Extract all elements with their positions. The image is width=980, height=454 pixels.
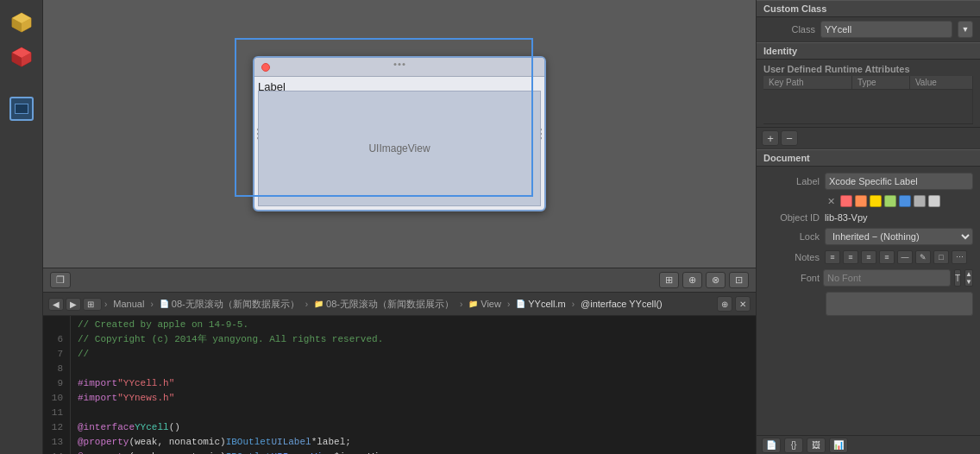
cube-yellow-icon[interactable]	[8, 9, 35, 36]
code-line-7: //	[78, 347, 749, 362]
window-titlebar	[254, 58, 544, 77]
nav-manual-label: Manual	[113, 299, 144, 309]
nav-item-manual: Manual	[110, 297, 148, 311]
color-swatch-yellow[interactable]	[870, 195, 882, 207]
doc-label-row: Label	[757, 170, 980, 192]
doc-label-label: Label	[763, 176, 820, 186]
main-content: Label UIImageView ❒ ⊞ ⊕ ⊗ ⊡ ◀ ▶ ⊞ › Manu…	[43, 0, 756, 454]
nav-item-yycell[interactable]: 📄 YYcell.m	[512, 297, 569, 311]
color-swatch-blue[interactable]	[899, 195, 911, 207]
color-swatch-orange[interactable]	[855, 195, 867, 207]
notes-label: Notes	[763, 252, 820, 262]
add-remove-btns: + −	[757, 128, 980, 149]
code-editor: 6 7 8 9 10 11 12 13 14 // Created by app…	[43, 316, 756, 454]
color-row: ✕	[757, 192, 980, 210]
view-icon[interactable]	[8, 95, 35, 123]
code-line-14: @property (weak, nonatomic) IBOutlet UII…	[78, 450, 749, 454]
lock-label: Lock	[763, 231, 820, 242]
color-swatch-gray2[interactable]	[928, 195, 940, 207]
color-swatch-gray1[interactable]	[914, 195, 926, 207]
notes-btn-align4[interactable]: ≡	[879, 250, 895, 264]
bottom-chart-btn[interactable]: 📊	[829, 438, 848, 453]
nav-bar: ◀ ▶ ⊞ › Manual › 📄 08-无限滚动（新闻数据展示） › 📁 0…	[43, 292, 756, 316]
ib-zoom-btn3[interactable]: ⊗	[706, 272, 726, 288]
attr-table: Key Path Type Value	[763, 76, 973, 124]
nav-sep2: ›	[149, 300, 154, 309]
class-input[interactable]	[820, 21, 952, 38]
cube-red-icon[interactable]	[8, 43, 35, 71]
font-input[interactable]	[823, 269, 951, 287]
code-content[interactable]: // Created by apple on 14-9-5. // Copyri…	[71, 316, 756, 454]
custom-class-row: Class ▼	[757, 17, 980, 42]
remove-attr-btn[interactable]: −	[781, 130, 798, 146]
font-preview-box	[826, 292, 973, 316]
ib-imageview-element[interactable]: UIImageView	[258, 91, 541, 206]
bottom-file-btn[interactable]: 📄	[762, 438, 781, 453]
ib-bottom-left: ❒	[50, 272, 71, 288]
bottom-bar: 📄 {} 🖼 📊	[757, 435, 980, 454]
window-preview: Label UIImageView	[253, 56, 546, 211]
object-id-label: Object ID	[763, 212, 820, 223]
class-label: Class	[763, 24, 815, 35]
nav-end-btns: ⊕ ✕	[717, 296, 751, 312]
notes-btn-edit[interactable]: ✎	[915, 250, 931, 264]
class-dropdown-btn[interactable]: ▼	[958, 21, 973, 38]
ib-zoom-btn2[interactable]: ⊕	[682, 272, 702, 288]
nav-item-2[interactable]: 📁 08-无限滚动（新闻数据展示）	[311, 296, 457, 312]
notes-btn-more[interactable]: ⋯	[952, 250, 967, 264]
bottom-image-btn[interactable]: 🖼	[807, 438, 826, 453]
nav-back-btn[interactable]: ◀	[48, 298, 64, 311]
nav-item-interface[interactable]: @interface YYcell()	[577, 297, 666, 311]
ib-bottom-bar: ❒ ⊞ ⊕ ⊗ ⊡	[43, 268, 756, 292]
col-type: Type	[851, 76, 909, 90]
color-swatch-green[interactable]	[884, 195, 896, 207]
code-line-5: // Created by apple on 14-9-5.	[78, 318, 749, 332]
add-attr-btn[interactable]: +	[762, 130, 779, 146]
color-close-icon[interactable]: ✕	[827, 196, 835, 207]
nav-sep4: ›	[459, 300, 463, 309]
color-swatch-red[interactable]	[840, 195, 852, 207]
ib-area: Label UIImageView	[43, 0, 756, 268]
close-btn-icon[interactable]	[261, 63, 270, 72]
attr-table-empty-row	[763, 90, 973, 124]
ib-zoom-btn1[interactable]: ⊞	[659, 272, 679, 288]
nav-close-btn[interactable]: ✕	[735, 296, 751, 312]
code-line-10: #import "YYnews.h"	[78, 391, 749, 406]
line-numbers: 6 7 8 9 10 11 12 13 14	[43, 316, 71, 454]
nav-sep5: ›	[506, 300, 511, 309]
ib-layout-btn[interactable]: ❒	[50, 272, 71, 288]
window-body: Label UIImageView	[254, 77, 544, 210]
notes-row: Notes ≡ ≡ ≡ ≡ — ✎ □ ⋯	[757, 248, 980, 267]
nav-forward-btn[interactable]: ▶	[66, 298, 81, 311]
lock-select[interactable]: Inherited − (Nothing)	[825, 228, 973, 245]
notes-btn-align3[interactable]: ≡	[861, 250, 876, 264]
notes-btn-box[interactable]: □	[933, 250, 949, 264]
col-keypath: Key Path	[763, 76, 851, 90]
code-line-13: @property (weak, nonatomic) IBOutlet UIL…	[78, 435, 749, 450]
notes-btn-dash[interactable]: —	[897, 250, 913, 264]
nav-item-view[interactable]: 📁 View	[465, 297, 505, 311]
bottom-code-btn[interactable]: {}	[784, 438, 803, 453]
notes-btn-align1[interactable]: ≡	[825, 250, 840, 264]
code-line-8	[78, 362, 749, 376]
notes-btn-align2[interactable]: ≡	[843, 250, 858, 264]
font-step-btn[interactable]: ▲▼	[964, 269, 973, 287]
doc-label-input[interactable]	[825, 173, 973, 190]
ib-zoom-btn4[interactable]: ⊡	[729, 272, 749, 288]
nav-layout-btn[interactable]: ⊞	[83, 298, 102, 311]
nav-item-1[interactable]: 📄 08-无限滚动（新闻数据展示）	[156, 296, 303, 312]
object-id-row: Object ID lib-83-Vpy	[757, 210, 980, 225]
nav-sep3: ›	[305, 300, 309, 309]
document-header: Document	[757, 149, 980, 167]
custom-class-header: Custom Class	[757, 0, 980, 17]
nav-sep6: ›	[571, 300, 575, 309]
ib-bottom-right: ⊞ ⊕ ⊗ ⊡	[659, 272, 749, 288]
col-value: Value	[909, 76, 972, 90]
nav-add-btn[interactable]: ⊕	[717, 296, 732, 312]
lock-row: Lock Inherited − (Nothing)	[757, 225, 980, 248]
font-T-btn[interactable]: T	[954, 269, 961, 287]
doc-section: Label ✕ Object ID lib-83-Vpy Lock Inheri…	[757, 167, 980, 322]
nav-sep1: ›	[104, 300, 108, 309]
code-lines: 6 7 8 9 10 11 12 13 14 // Created by app…	[43, 316, 756, 454]
font-label: Font	[763, 273, 820, 283]
